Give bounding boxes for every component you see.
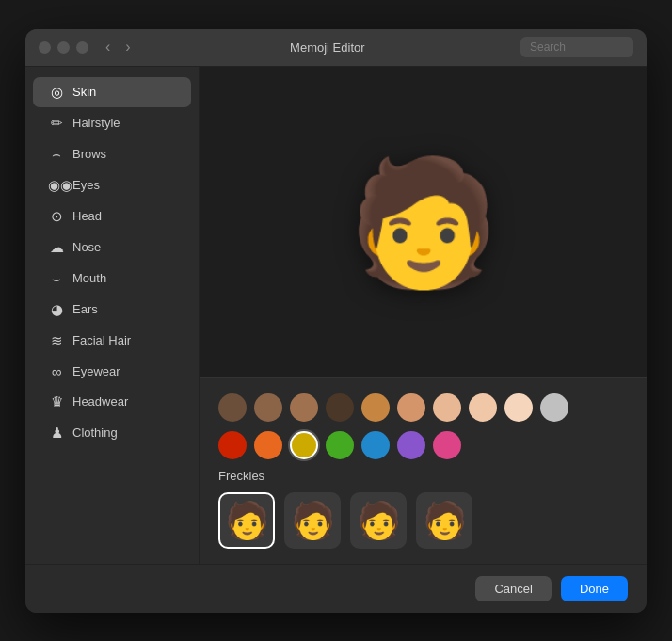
sidebar: ◎Skin✏Hairstyle⌢Brows◉◉Eyes⊙Head☁Nose⌣Mo… — [25, 67, 200, 564]
titlebar: ‹ › Memoji Editor — [25, 29, 647, 67]
eyewear-icon: ∞ — [48, 363, 65, 379]
color-swatch-r5[interactable] — [361, 431, 390, 459]
color-swatch-c9[interactable] — [504, 393, 533, 422]
color-swatch-c3[interactable] — [290, 393, 318, 422]
avatar-preview: 🧑 — [347, 161, 500, 283]
sidebar-item-brows[interactable]: ⌢Brows — [33, 139, 191, 169]
sidebar-label-eyewear: Eyewear — [72, 364, 120, 378]
sidebar-label-head: Head — [72, 209, 102, 223]
brows-icon: ⌢ — [48, 146, 65, 163]
sidebar-label-hairstyle: Hairstyle — [72, 116, 120, 130]
minimize-button[interactable] — [57, 41, 70, 54]
sidebar-label-nose: Nose — [72, 240, 101, 254]
nose-icon: ☁ — [48, 239, 65, 256]
freckle-option-f0[interactable]: 🧑 — [218, 492, 275, 549]
footer: Cancel Done — [25, 564, 647, 613]
freckle-option-f3[interactable]: 🧑 — [416, 492, 472, 549]
headwear-icon: ♛ — [48, 393, 65, 410]
freckle-option-f2[interactable]: 🧑 — [350, 492, 407, 549]
freckles-options: 🧑🧑🧑🧑 — [218, 492, 628, 549]
sidebar-item-skin[interactable]: ◎Skin — [33, 77, 191, 107]
done-button[interactable]: Done — [561, 576, 628, 601]
freckle-option-f1[interactable]: 🧑 — [284, 492, 341, 549]
color-swatch-c1[interactable] — [218, 393, 247, 422]
sidebar-label-clothing: Clothing — [72, 425, 118, 440]
mouth-icon: ⌣ — [48, 270, 65, 287]
head-icon: ⊙ — [48, 208, 65, 225]
main-window: ‹ › Memoji Editor ◎Skin✏Hairstyle⌢Brows◉… — [25, 29, 647, 613]
color-swatch-c10[interactable] — [540, 393, 568, 422]
sidebar-item-clothing[interactable]: ♟Clothing — [33, 418, 191, 448]
sidebar-label-skin: Skin — [72, 85, 96, 99]
sidebar-item-headwear[interactable]: ♛Headwear — [33, 387, 191, 417]
sidebar-label-facial-hair: Facial Hair — [72, 333, 131, 347]
options-area: Freckles 🧑🧑🧑🧑 — [200, 377, 647, 564]
freckles-label: Freckles — [218, 469, 628, 483]
sidebar-item-eyewear[interactable]: ∞Eyewear — [33, 357, 191, 386]
sidebar-item-head[interactable]: ⊙Head — [33, 201, 191, 232]
back-button[interactable]: ‹ — [102, 37, 114, 57]
sidebar-item-eyes[interactable]: ◉◉Eyes — [33, 170, 191, 200]
skin-color-row1 — [218, 393, 628, 422]
content-area: ◎Skin✏Hairstyle⌢Brows◉◉Eyes⊙Head☁Nose⌣Mo… — [25, 67, 647, 564]
close-button[interactable] — [39, 41, 51, 54]
color-swatch-r1[interactable] — [218, 431, 247, 459]
skin-icon: ◎ — [48, 84, 65, 101]
color-swatch-r2[interactable] — [254, 431, 282, 459]
search-input[interactable] — [520, 37, 633, 57]
color-swatch-c6[interactable] — [397, 393, 425, 422]
color-swatch-r6[interactable] — [397, 431, 425, 459]
eyes-icon: ◉◉ — [48, 177, 65, 194]
facial-hair-icon: ≋ — [48, 332, 65, 349]
sidebar-item-facial-hair[interactable]: ≋Facial Hair — [33, 326, 191, 356]
titlebar-nav: ‹ › — [102, 37, 135, 57]
sidebar-item-nose[interactable]: ☁Nose — [33, 232, 191, 263]
hairstyle-icon: ✏ — [48, 115, 65, 132]
cancel-button[interactable]: Cancel — [475, 576, 551, 601]
color-swatch-r7[interactable] — [433, 431, 461, 459]
ears-icon: ◕ — [48, 301, 65, 318]
sidebar-label-eyes: Eyes — [72, 178, 100, 192]
avatar-area: 🧑 — [200, 67, 647, 377]
color-swatch-c2[interactable] — [254, 393, 282, 422]
color-swatch-c7[interactable] — [433, 393, 461, 422]
sidebar-label-mouth: Mouth — [72, 271, 106, 285]
color-swatch-c5[interactable] — [361, 393, 390, 422]
skin-color-row2 — [218, 431, 628, 459]
sidebar-item-ears[interactable]: ◕Ears — [33, 295, 191, 325]
clothing-icon: ♟ — [48, 425, 65, 441]
window-title: Memoji Editor — [135, 40, 520, 55]
sidebar-label-headwear: Headwear — [72, 394, 128, 409]
color-swatch-c8[interactable] — [469, 393, 497, 422]
sidebar-item-mouth[interactable]: ⌣Mouth — [33, 264, 191, 294]
color-swatch-r3[interactable] — [290, 431, 318, 459]
sidebar-label-ears: Ears — [72, 302, 98, 316]
main-panel: 🧑 Freckles 🧑🧑🧑🧑 — [200, 67, 647, 564]
traffic-lights — [39, 41, 88, 54]
color-swatch-r4[interactable] — [326, 431, 354, 459]
sidebar-item-hairstyle[interactable]: ✏Hairstyle — [33, 108, 191, 138]
forward-button[interactable]: › — [121, 37, 134, 57]
color-swatch-c4[interactable] — [326, 393, 354, 422]
maximize-button[interactable] — [76, 41, 88, 54]
sidebar-label-brows: Brows — [72, 147, 106, 161]
